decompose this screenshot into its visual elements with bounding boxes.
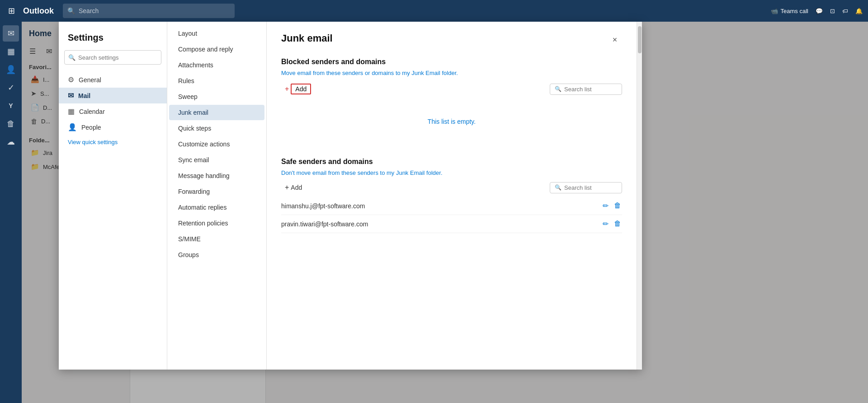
middle-item-message[interactable]: Message handling [169, 168, 264, 183]
sidebar-item-cloud[interactable]: ☁ [3, 134, 19, 150]
settings-nav-people[interactable]: 👤 People [59, 119, 167, 135]
general-icon: ⚙ [68, 75, 74, 84]
middle-item-groups[interactable]: Groups [169, 247, 264, 262]
chat-icon-button[interactable]: 💬 [816, 8, 823, 14]
sidebar-item-tasks[interactable]: ✓ [3, 80, 19, 96]
middle-item-smime[interactable]: S/MIME [169, 231, 264, 247]
middle-item-rules[interactable]: Rules [169, 73, 264, 89]
teams-call-button[interactable]: 📹 Teams call [771, 8, 808, 14]
settings-nav-general[interactable]: ⚙ General [59, 72, 167, 88]
blocked-search-list[interactable]: 🔍 [550, 84, 622, 95]
settings-left-panel: Settings 🔍 ⚙ General ✉ Mail ▦ Calendar 👤… [59, 22, 167, 370]
view-quick-settings-link[interactable]: View quick settings [59, 135, 167, 149]
chat-icon: 💬 [816, 8, 823, 14]
delete-icon-1[interactable]: 🗑 [613, 201, 622, 211]
topbar-right: 📹 Teams call 💬 ⊡ 🏷 🔔 [771, 8, 863, 14]
settings-nav-calendar[interactable]: ▦ Calendar [59, 103, 167, 119]
middle-item-attachments[interactable]: Attachments [169, 57, 264, 73]
calendar-nav-icon: ▦ [68, 107, 75, 116]
middle-item-forwarding[interactable]: Forwarding [169, 184, 264, 199]
middle-item-retention[interactable]: Retention policies [169, 216, 264, 231]
mail-nav-icon: ✉ [68, 91, 74, 100]
safe-sender-row-1: himanshu.j@fpt-software.com ✏ 🗑 [281, 197, 622, 215]
sidebar-item-mail[interactable]: ✉ [3, 25, 19, 42]
share-icon-button[interactable]: ⊡ [830, 8, 835, 14]
safe-desc: Don't move email from these senders to m… [281, 169, 622, 176]
people-nav-icon: 👤 [68, 123, 77, 131]
app-sidebar: ✉ ▦ 👤 ✓ Y 🗑 ☁ [0, 22, 22, 403]
topbar-search[interactable]: 🔍 [63, 4, 235, 18]
sidebar-item-yammer[interactable]: Y [3, 98, 19, 114]
close-button[interactable]: × [608, 33, 622, 47]
safe-title: Safe senders and domains [281, 158, 622, 166]
settings-search-box[interactable]: 🔍 [64, 50, 161, 65]
waffle-icon[interactable]: ⊞ [5, 3, 18, 19]
edit-icon-2[interactable]: ✏ [602, 219, 609, 229]
safe-sender-row-2: pravin.tiwari@fpt-software.com ✏ 🗑 [281, 215, 622, 233]
safe-sender-email-2: pravin.tiwari@fpt-software.com [281, 220, 368, 228]
settings-nav-mail[interactable]: ✉ Mail [59, 88, 167, 103]
blocked-add-button[interactable]: + Add [281, 82, 315, 96]
middle-item-sweep[interactable]: Sweep [169, 89, 264, 104]
middle-item-sync[interactable]: Sync email [169, 152, 264, 168]
search-input[interactable] [79, 7, 230, 14]
sidebar-item-people[interactable]: 👤 [3, 61, 19, 78]
video-icon: 📹 [771, 8, 778, 14]
delete-icon-2[interactable]: 🗑 [613, 219, 622, 229]
blocked-toolbar: + Add 🔍 [281, 82, 622, 96]
safe-section: Safe senders and domains Don't move emai… [281, 158, 622, 233]
blocked-search-input[interactable] [564, 86, 617, 93]
blocked-empty-message: This list is empty. [281, 100, 622, 143]
brand-label: Outlook [23, 6, 54, 16]
middle-item-customize[interactable]: Customize actions [169, 136, 264, 152]
safe-add-button[interactable]: + Add [281, 182, 306, 193]
content-title: Junk email [281, 33, 333, 44]
search-list-icon: 🔍 [555, 86, 561, 92]
middle-item-auto-replies[interactable]: Automatic replies [169, 200, 264, 215]
bell-icon: 🔔 [855, 8, 863, 14]
middle-item-junk[interactable]: Junk email [169, 105, 264, 120]
safe-toolbar: + Add 🔍 [281, 182, 622, 193]
safe-search-list[interactable]: 🔍 [550, 182, 622, 193]
settings-title: Settings [59, 29, 167, 50]
sticker-icon: 🏷 [842, 8, 848, 14]
search-safe-icon: 🔍 [555, 184, 561, 191]
modal-scrollbar[interactable] [637, 22, 642, 370]
middle-item-compose[interactable]: Compose and reply [169, 42, 264, 57]
settings-content-panel: Junk email × Blocked senders and domains… [267, 22, 637, 370]
search-settings-icon: 🔍 [68, 54, 75, 61]
blocked-title: Blocked senders and domains [281, 58, 622, 66]
edit-icon-1[interactable]: ✏ [602, 201, 609, 211]
plus-safe-icon: + [285, 183, 289, 192]
search-icon: 🔍 [67, 7, 75, 14]
middle-item-layout[interactable]: Layout [169, 26, 264, 41]
middle-item-quicksteps[interactable]: Quick steps [169, 121, 264, 136]
sidebar-item-delete[interactable]: 🗑 [3, 116, 19, 132]
blocked-section: Blocked senders and domains Move email f… [281, 58, 622, 143]
safe-sender-actions-2: ✏ 🗑 [602, 219, 622, 229]
bell-icon-button[interactable]: 🔔 [855, 8, 863, 14]
sticker-icon-button[interactable]: 🏷 [842, 8, 848, 14]
sidebar-item-calendar[interactable]: ▦ [3, 43, 19, 60]
topbar: ⊞ Outlook 🔍 📹 Teams call 💬 ⊡ 🏷 🔔 [0, 0, 868, 22]
settings-middle-panel: Layout Compose and reply Attachments Rul… [167, 22, 267, 370]
safe-sender-actions-1: ✏ 🗑 [602, 201, 622, 211]
share-icon: ⊡ [830, 8, 835, 14]
safe-search-input[interactable] [564, 184, 617, 191]
settings-modal: Settings 🔍 ⚙ General ✉ Mail ▦ Calendar 👤… [59, 22, 642, 370]
blocked-desc: Move email from these senders or domains… [281, 70, 622, 76]
plus-icon: + [285, 85, 289, 93]
safe-sender-email-1: himanshu.j@fpt-software.com [281, 202, 365, 210]
settings-search-input[interactable] [78, 54, 157, 61]
content-header: Junk email × [281, 33, 622, 47]
scrollbar-thumb[interactable] [638, 26, 642, 53]
